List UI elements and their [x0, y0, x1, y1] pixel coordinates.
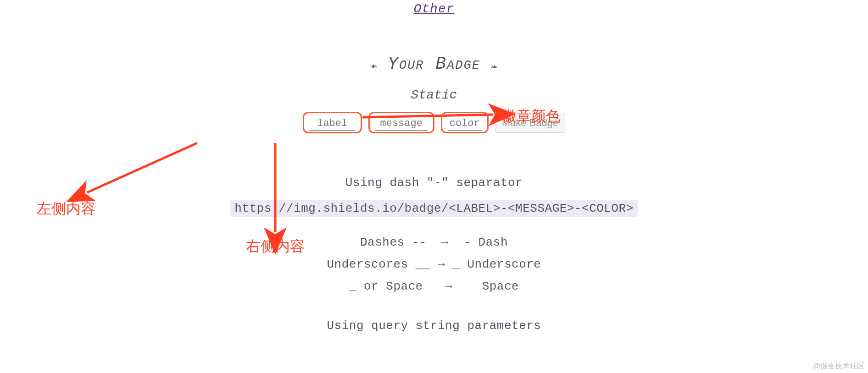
message-input[interactable] — [375, 118, 428, 131]
deco-left-icon: ☙ — [364, 61, 383, 73]
color-input-wrapper — [441, 112, 489, 133]
mapping-row-space: _ or Space → Space — [349, 280, 519, 293]
message-input-wrapper — [368, 112, 434, 133]
watermark: @掘金技术社区 — [813, 362, 864, 371]
nav-link-other[interactable]: Other — [413, 2, 454, 16]
url-template: https://img.shields.io/badge/<LABEL>-<ME… — [230, 200, 638, 217]
anno-label-badge-color: 徽章颜色 — [502, 106, 561, 126]
page-heading: Your Badge — [388, 54, 480, 74]
label-input-wrapper — [303, 112, 362, 133]
dash-separator-text: Using dash "-" separator — [345, 176, 523, 190]
mapping-row-underscores: Underscores __ → _ Underscore — [327, 258, 541, 271]
anno-label-right-content: 右侧内容 — [246, 236, 305, 257]
deco-right-icon: ❧ — [485, 61, 504, 73]
query-string-text: Using query string parameters — [327, 319, 541, 333]
section-subheading: Static — [411, 88, 457, 102]
anno-label-left: 左侧内容 — [37, 199, 95, 219]
label-input[interactable] — [310, 118, 355, 131]
mapping-row-dashes: Dashes -- → - Dash — [360, 236, 508, 249]
color-input[interactable] — [448, 118, 482, 131]
